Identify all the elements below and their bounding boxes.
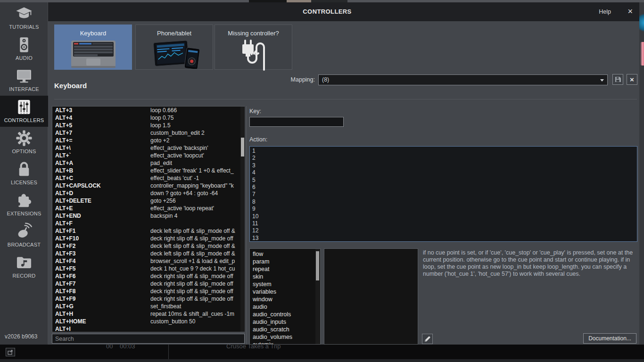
shortcut-row[interactable]: ALT+F3 deck left slip off & slip_mode of… xyxy=(52,250,244,257)
shortcut-row[interactable]: ALT+F2 deck left slip off & slip_mode of… xyxy=(52,242,244,250)
shortcut-row[interactable]: ALT+CAPSLOCK controller_mapping "keyboar… xyxy=(52,182,244,189)
shortcut-row[interactable]: ALT+DELETE goto +256 xyxy=(52,197,244,205)
shortcut-row[interactable]: ALT+A pad_edit xyxy=(52,159,244,167)
category-item[interactable]: variables xyxy=(250,288,320,296)
scrollbar-thumb[interactable] xyxy=(241,138,244,156)
line-number: 6 xyxy=(252,184,637,191)
shortcut-row[interactable]: ALT+D down ? goto +64 : goto -64 xyxy=(52,189,244,197)
edit-action-button[interactable] xyxy=(422,334,433,344)
background-strip xyxy=(0,359,644,362)
shortcut-key: ALT+F1 xyxy=(55,227,149,235)
category-item[interactable]: skin xyxy=(250,273,320,280)
category-item[interactable]: automix xyxy=(250,341,320,345)
sidebar-item-interface[interactable]: INTERFACE xyxy=(0,65,48,96)
shortcut-row[interactable]: ALT+3 loop 0.666 xyxy=(52,107,244,114)
category-item[interactable]: audio xyxy=(250,303,320,311)
sidebar-item-tutorials[interactable]: TUTORIALS xyxy=(0,2,48,33)
shortcut-action: loop 0.666 xyxy=(150,107,239,114)
waveform-blue xyxy=(639,12,644,33)
shortcut-row[interactable]: ALT+7 custom_button_edit 2 xyxy=(52,129,244,137)
sidebar-item-audio[interactable]: AUDIO xyxy=(0,33,48,65)
category-item[interactable]: audio_controls xyxy=(250,311,320,318)
shortcut-row[interactable]: ALT+F9 deck right slip off & slip_mode o… xyxy=(52,295,244,303)
sidebar-item-label: EXTENSIONS xyxy=(7,211,41,216)
shortcut-row[interactable]: ALT+5 loop 1.5 xyxy=(52,122,244,129)
background-bottom-bar: 00 00:03 Crusoe Takes a Trip xyxy=(0,345,644,362)
shortcut-row[interactable]: ALT+4 loop 0.75 xyxy=(52,114,244,122)
shortcut-key: ALT+C xyxy=(55,174,149,182)
shortcut-row[interactable]: ALT+END backspin 4 xyxy=(52,212,244,220)
documentation-button[interactable]: Documentation... xyxy=(583,333,636,344)
action-sublist[interactable] xyxy=(324,248,418,345)
shortcut-key: ALT+END xyxy=(55,212,149,220)
restore-window-button[interactable] xyxy=(6,348,15,356)
category-item[interactable]: repeat xyxy=(250,265,320,273)
shortcut-row[interactable]: ALT+F6 deck right slip off & slip_mode o… xyxy=(52,272,244,280)
scrollbar[interactable] xyxy=(240,107,245,332)
shortcut-action: backspin 4 xyxy=(150,212,239,220)
shortcut-key: ALT+F8 xyxy=(55,288,149,295)
action-category-list[interactable]: flowparamrepeatskinsystemvariableswindow… xyxy=(249,248,321,345)
shortcut-row[interactable]: ALT+F8 deck right slip off & slip_mode o… xyxy=(52,288,244,295)
shortcut-row[interactable]: ALT+F10 deck right slip off & slip_mode … xyxy=(52,235,244,242)
shortcut-action: deck left slip off & slip_mode off & xyxy=(150,242,239,250)
save-mapping-button[interactable] xyxy=(612,74,623,85)
shortcut-action: pad_edit xyxy=(150,159,239,167)
help-link[interactable]: Help xyxy=(599,8,611,15)
shortcut-row[interactable]: ALT+F7 deck right slip off & slip_mode o… xyxy=(52,280,244,288)
unplugged-cable-icon xyxy=(232,40,275,71)
mixer-sliders-icon xyxy=(15,98,33,116)
shortcut-key: ALT+F6 xyxy=(55,272,149,280)
category-item[interactable]: flow xyxy=(250,250,320,258)
shortcut-list[interactable]: ALT+3 loop 0.666 ALT+4 loop 0.75 ALT+5 l… xyxy=(52,106,245,332)
shortcut-key: ALT+H xyxy=(55,310,149,318)
search-input[interactable] xyxy=(52,334,245,344)
key-label: Key: xyxy=(249,108,261,115)
delete-mapping-button[interactable]: × xyxy=(627,74,637,85)
sidebar-item-extensions[interactable]: EXTENSIONS xyxy=(0,189,48,220)
sidebar-item-options[interactable]: OPTIONS xyxy=(0,127,48,158)
sidebar-item-licenses[interactable]: LICENSES xyxy=(0,158,48,189)
mapping-dropdown[interactable]: (8) xyxy=(318,74,608,85)
graduation-cap-icon xyxy=(15,5,33,23)
shortcut-row[interactable]: ALT+I xyxy=(52,325,244,332)
sidebar-item-broadcast[interactable]: BROADCAST xyxy=(0,220,48,251)
category-item[interactable]: audio_scratch xyxy=(250,326,320,333)
tab-missing-controller[interactable]: Missing controller? xyxy=(215,25,292,70)
tab-keyboard[interactable]: Keyboard xyxy=(54,25,132,70)
category-item[interactable]: audio_volumes xyxy=(250,333,320,341)
shortcut-row[interactable]: ALT+\ effect_active 'backspin' xyxy=(52,144,244,152)
shortcut-row[interactable]: ALT+F5 deck 1 hot_cue 9 ? deck 1 hot_cu xyxy=(52,265,244,272)
shortcut-row[interactable]: ALT+B effect_slider 'freak' 1 +0 & effec… xyxy=(52,167,244,174)
tab-phone-tablet[interactable]: Phone/tablet xyxy=(135,25,213,70)
category-item[interactable]: audio_inputs xyxy=(250,318,320,326)
shortcut-row[interactable]: ALT+G set_firstbeat xyxy=(52,303,244,310)
sidebar-item-record[interactable]: RECORD xyxy=(0,251,48,282)
action-editor[interactable]: 12345678910111213 xyxy=(249,146,637,242)
category-item[interactable]: param xyxy=(250,258,320,265)
shortcut-row[interactable]: ALT+F xyxy=(52,220,244,227)
shortcut-row[interactable]: ALT+E effect_active 'loop repeat' xyxy=(52,205,244,212)
speaker-icon xyxy=(15,36,33,54)
shortcut-row[interactable]: ALT+F1 deck left slip off & slip_mode of… xyxy=(52,227,244,235)
restore-window-icon xyxy=(8,350,13,355)
shortcut-row[interactable]: ALT+F4 browser_scroll +1 & load & edit_p xyxy=(52,257,244,265)
record-folder-icon xyxy=(15,254,33,272)
shortcut-row[interactable]: ALT+HOME custom_button 50 xyxy=(52,318,244,325)
shortcut-row[interactable]: ALT+C effect_beats 'cut' -1 xyxy=(52,174,244,182)
sidebar-item-label: LICENSES xyxy=(11,180,37,185)
close-icon[interactable]: × xyxy=(627,7,633,16)
category-item[interactable]: system xyxy=(250,280,320,288)
scrollbar[interactable] xyxy=(315,249,320,344)
category-item[interactable]: window xyxy=(250,296,320,303)
pencil-icon xyxy=(424,336,430,342)
sidebar-item-controllers[interactable]: CONTROLLERS xyxy=(0,96,48,127)
shortcut-action: effect_active 'loopcut' xyxy=(150,152,239,159)
key-input[interactable] xyxy=(249,117,344,127)
phone-tablet-image xyxy=(144,40,205,69)
scrollbar-thumb[interactable] xyxy=(316,251,319,280)
shortcut-row[interactable]: ALT+H repeat 10ms & shift_all_cues -1m xyxy=(52,310,244,318)
shortcut-key: ALT+F5 xyxy=(55,265,149,272)
shortcut-row[interactable]: ALT+= goto +2 xyxy=(52,137,244,144)
shortcut-row[interactable]: ALT+` effect_active 'loopcut' xyxy=(52,152,244,159)
